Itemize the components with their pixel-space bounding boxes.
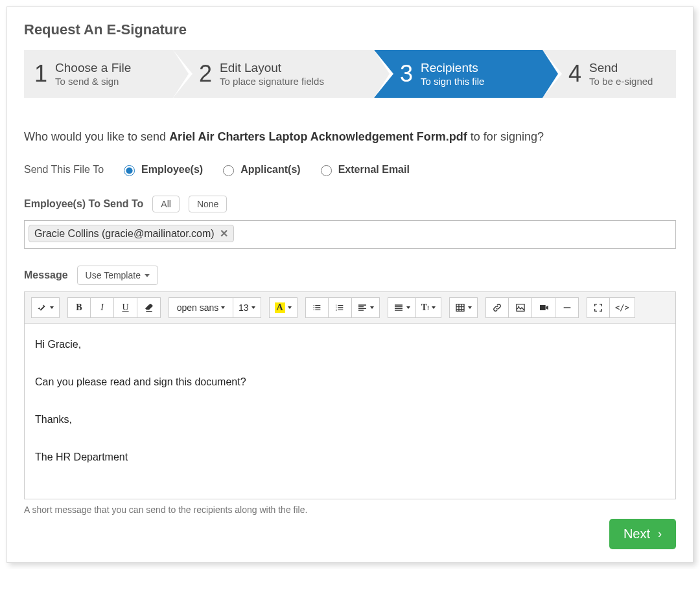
caret-down-icon: [432, 306, 436, 309]
step-sub: To place signature fields: [220, 76, 324, 88]
ul-button[interactable]: [305, 297, 329, 318]
step-edit-layout[interactable]: 2 Edit Layout To place signature fields: [173, 50, 374, 98]
radio-employees[interactable]: Employee(s): [121, 163, 203, 176]
use-template-button[interactable]: Use Template: [77, 266, 158, 285]
font-select-value: open sans: [177, 302, 219, 313]
radio-external-label: External Email: [338, 164, 410, 176]
code-view-button[interactable]: </>: [610, 297, 635, 318]
wizard-stepper: 1 Choose a File To send & sign 2 Edit La…: [24, 50, 676, 98]
video-button[interactable]: [532, 297, 555, 318]
minus-icon: [562, 302, 572, 313]
caret-down-icon: [145, 274, 150, 277]
employees-label: Employee(s) To Send To: [24, 198, 143, 210]
radio-employees-input[interactable]: [124, 165, 135, 176]
esignature-panel: Request An E-Signature 1 Choose a File T…: [6, 6, 694, 563]
step-title: Send: [589, 60, 653, 76]
italic-button[interactable]: I: [91, 297, 114, 318]
step-number: 3: [400, 60, 413, 87]
radio-applicants[interactable]: Applicant(s): [220, 163, 300, 176]
select-none-button[interactable]: None: [189, 196, 227, 212]
eraser-icon: [144, 302, 154, 313]
image-icon: [515, 302, 526, 313]
remove-token-icon[interactable]: ✕: [220, 227, 228, 240]
message-editor: B I U open sans 13 A: [24, 291, 676, 499]
magic-button[interactable]: [31, 297, 60, 318]
radio-external-input[interactable]: [321, 165, 332, 176]
list-ul-icon: [312, 302, 322, 313]
select-all-button[interactable]: All: [152, 196, 180, 212]
paragraph-button[interactable]: [388, 297, 416, 318]
next-button-label: Next: [624, 527, 650, 541]
editor-toolbar: B I U open sans 13 A: [25, 292, 675, 324]
list-ol-icon: [334, 302, 345, 313]
step-number: 4: [568, 60, 581, 87]
highlight-a-icon: A: [275, 302, 285, 313]
message-line: Thanks,: [35, 412, 665, 427]
next-button[interactable]: Next ›: [609, 519, 676, 549]
code-icon: </>: [615, 303, 629, 312]
font-size-select[interactable]: 13: [233, 297, 261, 318]
font-color-button[interactable]: A: [269, 297, 298, 318]
step-number: 2: [199, 60, 212, 87]
prompt-filename: Ariel Air Charters Laptop Acknowledgemen…: [169, 130, 467, 143]
step-sub: To be e-signed: [589, 76, 653, 88]
caret-down-icon: [468, 306, 472, 309]
ol-button[interactable]: [329, 297, 352, 318]
send-to-row: Send This File To Employee(s) Applicant(…: [24, 163, 676, 176]
prompt-prefix: Who would you like to send: [24, 130, 169, 143]
font-size-value: 13: [239, 302, 249, 313]
svg-rect-1: [540, 305, 546, 310]
caret-down-icon: [50, 306, 54, 309]
bold-button[interactable]: B: [67, 297, 91, 318]
underline-button[interactable]: U: [114, 297, 137, 318]
radio-applicants-label: Applicant(s): [240, 164, 300, 176]
paragraph-icon: [393, 302, 404, 313]
message-row: Message Use Template: [24, 266, 676, 285]
page-title: Request An E-Signature: [24, 21, 676, 38]
link-button[interactable]: [485, 297, 509, 318]
svg-rect-2: [563, 307, 570, 308]
step-sub: To send & sign: [55, 76, 131, 88]
image-button[interactable]: [509, 297, 532, 318]
recipients-prompt: Who would you like to send Ariel Air Cha…: [24, 130, 676, 144]
caret-down-icon: [288, 306, 292, 309]
use-template-label: Use Template: [86, 270, 141, 280]
magic-wand-icon: [37, 302, 47, 313]
svg-point-0: [518, 306, 519, 307]
align-icon: [357, 302, 368, 313]
employees-token-input[interactable]: Gracie Collins (gracie@mailinator.com) ✕: [24, 220, 676, 249]
video-icon: [539, 302, 549, 313]
text-style-button[interactable]: T!: [416, 297, 441, 318]
message-helper-text: A short message that you can send to the…: [24, 505, 676, 515]
step-number: 1: [34, 60, 47, 87]
caret-down-icon: [251, 306, 255, 309]
message-line: Hi Gracie,: [35, 337, 665, 352]
align-button[interactable]: [352, 297, 380, 318]
editor-body[interactable]: Hi Gracie, Can you please read and sign …: [25, 324, 675, 499]
message-label: Message: [24, 269, 68, 281]
step-title: Choose a File: [55, 60, 131, 76]
table-icon: [455, 302, 465, 313]
step-recipients[interactable]: 3 Recipients To sign this file: [374, 50, 542, 98]
employee-token: Gracie Collins (gracie@mailinator.com) ✕: [29, 225, 234, 242]
step-title: Edit Layout: [220, 60, 324, 76]
font-select[interactable]: open sans: [169, 297, 233, 318]
caret-down-icon: [221, 306, 225, 309]
step-choose-file[interactable]: 1 Choose a File To send & sign: [24, 50, 173, 98]
expand-icon: [593, 302, 603, 313]
prompt-suffix: to for signing?: [467, 130, 544, 143]
fullscreen-button[interactable]: [587, 297, 610, 318]
hr-button[interactable]: [555, 297, 579, 318]
employee-token-text: Gracie Collins (gracie@mailinator.com): [34, 228, 215, 240]
radio-employees-label: Employee(s): [141, 164, 203, 176]
send-to-label: Send This File To: [24, 164, 104, 176]
step-sub: To sign this file: [421, 76, 484, 88]
table-button[interactable]: [449, 297, 478, 318]
eraser-button[interactable]: [137, 297, 161, 318]
radio-external[interactable]: External Email: [318, 163, 410, 176]
step-send[interactable]: 4 Send To be e-signed: [542, 50, 676, 98]
radio-applicants-input[interactable]: [223, 165, 234, 176]
message-line: Can you please read and sign this docume…: [35, 374, 665, 390]
link-icon: [492, 302, 502, 313]
caret-down-icon: [370, 306, 374, 309]
